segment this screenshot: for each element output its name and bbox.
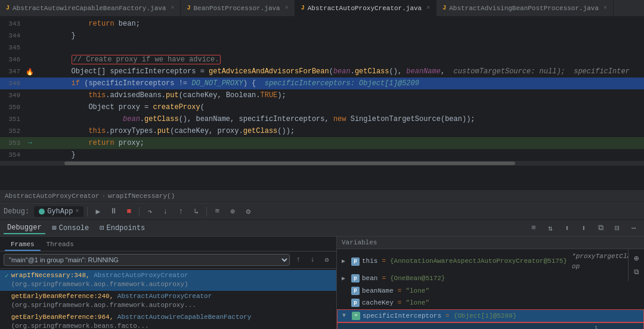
tab-bar: J AbstractAutowireCapableBeanFactory.jav…: [0, 0, 644, 17]
debugger-tab-label: Debugger: [7, 224, 42, 232]
breadcrumb-bar: AbstractAutoProxyCreator › wrapIfNecessa…: [0, 190, 644, 203]
java-icon: J: [187, 5, 190, 11]
var-item-0[interactable]: ▶ = 0 = {BeanFactoryTransactionAttribute…: [337, 322, 644, 329]
console-tab-label: Console: [59, 224, 89, 232]
evaluate-button[interactable]: ≡: [210, 205, 224, 218]
var-icon-this: p: [351, 257, 360, 266]
settings-button[interactable]: ⚙: [242, 205, 255, 218]
tab-close[interactable]: ×: [285, 5, 289, 11]
separator: [206, 207, 207, 216]
debug-toolbar: Debug: GyhApp × ▶ ⏸ ■ ↷ ↓ ↑ ↳ ≡ ⊕ ⚙: [0, 203, 644, 220]
stop-button[interactable]: ■: [122, 205, 135, 218]
step-out-button[interactable]: ↑: [174, 205, 187, 218]
tab-AbstractAutowireCapableBeanFactory[interactable]: J AbstractAutowireCapableBeanFactory.jav…: [0, 0, 181, 16]
java-icon: J: [442, 5, 446, 11]
var-item-beanname[interactable]: p beanName = "lone": [337, 285, 644, 297]
step-over-button[interactable]: ↷: [143, 205, 156, 218]
variables-panel: Variables ▶ p this = {AnnotationAwareAsp…: [337, 237, 644, 329]
frame-icon: ✓: [5, 293, 9, 302]
var-item-this[interactable]: ▶ p this = {AnnotationAwareAspectJAutoPr…: [337, 250, 644, 272]
tab-AbstractAutoProxyCreator[interactable]: J AbstractAutoProxyCreator.java ×: [295, 0, 436, 16]
fire-icon: 🔥: [26, 68, 34, 76]
frame-item[interactable]: ✓ wrapIfNecessary:348, AbstractAutoProxy…: [0, 270, 336, 291]
columns-button[interactable]: ⊟: [611, 222, 624, 235]
java-icon: J: [301, 5, 305, 11]
variables-list: ▶ p this = {AnnotationAwareAspectJAutoPr…: [337, 249, 644, 329]
endpoints-icon: ⊡: [100, 224, 104, 232]
frames-filter: "main"@1 in group "main": RUNNING ↑ ↓ ⊘: [0, 252, 336, 269]
filter-up-button[interactable]: ↑: [292, 254, 304, 266]
variables-header: Variables: [337, 237, 644, 249]
console-icon: ⊞: [52, 224, 57, 232]
import-button[interactable]: ⬇: [577, 222, 590, 235]
code-line-345: 345: [0, 42, 644, 54]
tab-close[interactable]: ×: [171, 5, 174, 11]
thread-select[interactable]: "main"@1 in group "main": RUNNING: [4, 254, 290, 266]
var-item-specificinterceptors[interactable]: ▼ = specificInterceptors = {Object[1]@52…: [337, 309, 644, 323]
var-icon-cachekey: p: [351, 299, 360, 307]
endpoints-tab[interactable]: ⊡ Endpoints: [96, 222, 148, 234]
pause-button[interactable]: ⏸: [107, 205, 120, 218]
frame-item[interactable]: ✓ getEarlyBeanReference:240, AbstractAut…: [0, 291, 336, 312]
java-icon: J: [6, 5, 10, 11]
copy-button[interactable]: ⧉: [594, 222, 607, 235]
frames-list: ✓ wrapIfNecessary:348, AbstractAutoProxy…: [0, 269, 336, 329]
tab-close[interactable]: ×: [426, 5, 430, 11]
debugger-tab[interactable]: Debugger: [4, 222, 45, 234]
copy-value-button[interactable]: ⧉: [630, 266, 643, 279]
code-line-348: 348 if (specificInterceptors != DO_NOT_P…: [0, 77, 644, 89]
threads-tab[interactable]: Threads: [41, 239, 80, 251]
console-tab[interactable]: ⊞ Console: [49, 222, 93, 234]
separator: [87, 207, 88, 216]
code-lines: 343 return bean; 344 } 345 346 // Create…: [0, 17, 644, 161]
run-to-cursor-button[interactable]: ↳: [190, 205, 203, 218]
frame-item[interactable]: ✓ getEarlyBeanReference:964, AbstractAut…: [0, 312, 336, 329]
separator: [139, 207, 140, 216]
code-line-344: 344 }: [0, 30, 644, 42]
step-into-button[interactable]: ↓: [159, 205, 172, 218]
debug-main: Frames Threads "main"@1 in group "main":…: [0, 237, 644, 329]
tab-BeanPostProcessor[interactable]: J BeanPostProcessor.java ×: [181, 0, 295, 16]
code-line-349: 349 this.advisedBeans.put(cacheKey, Bool…: [0, 89, 644, 101]
editor-scrollbar[interactable]: [0, 161, 644, 166]
tab-close[interactable]: ×: [603, 5, 607, 11]
add-watch-button[interactable]: ⊕: [630, 252, 643, 265]
code-line-351: 351 bean.getClass(), beanName, specificI…: [0, 113, 644, 125]
debug-panel: Debug: GyhApp × ▶ ⏸ ■ ↷ ↓ ↑ ↳ ≡ ⊕ ⚙ Debu…: [0, 203, 644, 329]
var-icon-bean: p: [351, 274, 360, 283]
code-line-347: 347 🔥 Object[] specificInterceptors = ge…: [0, 66, 644, 77]
code-line-352: 352 this.proxyTypes.put(cacheKey, proxy.…: [0, 125, 644, 137]
var-item-bean[interactable]: ▶ p bean = {OneBean@5172}: [337, 272, 644, 285]
var-item-cachekey[interactable]: p cacheKey = "lone": [337, 297, 644, 309]
debug-session-tab[interactable]: GyhApp ×: [34, 206, 83, 217]
var-icon-arr: =: [352, 312, 360, 320]
export-button[interactable]: ⬆: [561, 222, 574, 235]
code-line-343: 343 return bean;: [0, 18, 644, 30]
session-active-dot: [39, 209, 45, 215]
editor-area: 343 return bean; 344 } 345 346 // Create…: [0, 17, 644, 190]
code-line-350: 350 Object proxy = createProxy(: [0, 101, 644, 113]
filter-icon[interactable]: ⊘: [321, 254, 333, 266]
var-icon-beanname: p: [351, 287, 360, 295]
debug-sub-toolbar: Debugger ⊞ Console ⊡ Endpoints ≡ ⇅ ⬆ ⬇ ⧉…: [0, 220, 644, 237]
watch-button[interactable]: ⊕: [226, 205, 239, 218]
code-line-346: 346 // Create proxy if we have advice.: [0, 54, 644, 66]
frames-tab[interactable]: Frames: [5, 239, 41, 251]
breadcrumb-class[interactable]: AbstractAutoProxyCreator: [5, 193, 99, 200]
sort-button[interactable]: ⇅: [544, 222, 557, 235]
close-session-icon[interactable]: ×: [75, 208, 79, 215]
code-line-353: 353 → return proxy;: [0, 137, 644, 149]
code-line-354: 354 }: [0, 149, 644, 161]
debug-label: Debug:: [4, 207, 29, 216]
resume-button[interactable]: ▶: [91, 205, 104, 218]
filter-frames-button[interactable]: ≡: [527, 222, 540, 235]
editor-scrollbar-thumb[interactable]: [64, 162, 515, 165]
frame-active-icon: ✓: [5, 272, 9, 281]
frames-panel: Frames Threads "main"@1 in group "main":…: [0, 237, 337, 329]
breadcrumb-method[interactable]: wrapIfNecessary(): [108, 193, 175, 200]
filter-down-button[interactable]: ↓: [306, 254, 318, 266]
tab-AbstractAdvisingBeanPostProcessor[interactable]: J AbstractAdvisingBeanPostProcessor.java…: [436, 0, 614, 16]
frames-threads-tabs: Frames Threads: [0, 237, 336, 252]
more-button[interactable]: ⋯: [627, 222, 640, 235]
debug-session-name: GyhApp: [47, 207, 73, 216]
